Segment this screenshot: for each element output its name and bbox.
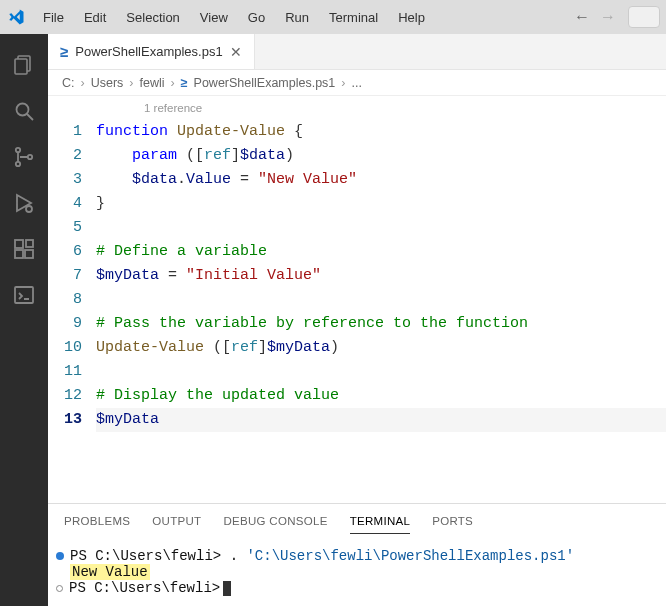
panel-tab-debug-console[interactable]: DEBUG CONSOLE xyxy=(223,509,327,533)
panel-tab-output[interactable]: OUTPUT xyxy=(152,509,201,533)
extensions-icon[interactable] xyxy=(0,226,48,272)
panel-tabs: PROBLEMSOUTPUTDEBUG CONSOLETERMINALPORTS xyxy=(48,504,666,538)
source-control-icon[interactable] xyxy=(0,134,48,180)
tab-powershellexamples[interactable]: ≥ PowerShellExamples.ps1 ✕ xyxy=(48,34,255,69)
bottom-panel: PROBLEMSOUTPUTDEBUG CONSOLETERMINALPORTS… xyxy=(48,503,666,606)
terminal-cursor xyxy=(223,581,231,596)
panel-tab-terminal[interactable]: TERMINAL xyxy=(350,509,411,534)
terminal-output-highlight: New Value xyxy=(70,564,150,580)
breadcrumb-part[interactable]: Users xyxy=(91,76,124,90)
menu-run[interactable]: Run xyxy=(276,6,318,29)
svg-rect-1 xyxy=(15,59,27,74)
vscode-logo-icon xyxy=(6,7,26,27)
svg-point-6 xyxy=(28,155,32,159)
svg-rect-12 xyxy=(15,287,33,303)
menu-view[interactable]: View xyxy=(191,6,237,29)
breadcrumb-symbol[interactable]: ... xyxy=(351,76,361,90)
search-icon[interactable] xyxy=(0,88,48,134)
terminal-prompt: PS C:\Users\fewli> xyxy=(69,580,220,596)
panel-tab-problems[interactable]: PROBLEMS xyxy=(64,509,130,533)
menu-help[interactable]: Help xyxy=(389,6,434,29)
menu-selection[interactable]: Selection xyxy=(117,6,188,29)
powershell-file-icon: ≥ xyxy=(60,43,68,60)
svg-line-3 xyxy=(27,114,33,120)
svg-point-5 xyxy=(16,162,20,166)
close-tab-icon[interactable]: ✕ xyxy=(230,44,242,60)
svg-point-7 xyxy=(26,206,32,212)
menu-edit[interactable]: Edit xyxy=(75,6,115,29)
breadcrumbs[interactable]: C:› Users› fewli› ≥ PowerShellExamples.p… xyxy=(48,70,666,96)
breadcrumb-file[interactable]: PowerShellExamples.ps1 xyxy=(194,76,336,90)
panel-tab-ports[interactable]: PORTS xyxy=(432,509,473,533)
activity-bar xyxy=(0,34,48,606)
code-lines[interactable]: function Update-Value { param ([ref]$dat… xyxy=(96,116,666,503)
terminal-prompt: PS C:\Users\fewli> xyxy=(70,548,221,564)
menu-terminal[interactable]: Terminal xyxy=(320,6,387,29)
terminal-text: . xyxy=(230,548,238,564)
run-debug-icon[interactable] xyxy=(0,180,48,226)
breadcrumb-part[interactable]: C: xyxy=(62,76,75,90)
titlebar: FileEditSelectionViewGoRunTerminalHelp ←… xyxy=(0,0,666,34)
terminal-status-dot xyxy=(56,585,63,592)
explorer-icon[interactable] xyxy=(0,42,48,88)
svg-point-4 xyxy=(16,148,20,152)
line-gutter: 12345678910111213 xyxy=(48,116,96,503)
breadcrumb-part[interactable]: fewli xyxy=(140,76,165,90)
svg-point-2 xyxy=(17,104,29,116)
svg-rect-8 xyxy=(15,240,23,248)
menu-go[interactable]: Go xyxy=(239,6,274,29)
nav-forward-icon[interactable]: → xyxy=(596,8,620,26)
code-editor[interactable]: 12345678910111213 function Update-Value … xyxy=(48,116,666,503)
nav-back-icon[interactable]: ← xyxy=(570,8,594,26)
terminal-path: 'C:\Users\fewli\PowerShellExamples.ps1' xyxy=(246,548,574,564)
editor-area: ≥ PowerShellExamples.ps1 ✕ C:› Users› fe… xyxy=(48,34,666,606)
codelens-references[interactable]: 1 reference xyxy=(48,96,666,116)
terminal-status-dot xyxy=(56,552,64,560)
terminal-panel-icon[interactable] xyxy=(0,272,48,318)
menu-file[interactable]: File xyxy=(34,6,73,29)
powershell-file-icon: ≥ xyxy=(181,76,188,90)
editor-tabs: ≥ PowerShellExamples.ps1 ✕ xyxy=(48,34,666,70)
svg-rect-9 xyxy=(15,250,23,258)
command-center[interactable] xyxy=(628,6,660,28)
terminal[interactable]: PS C:\Users\fewli> . 'C:\Users\fewli\Pow… xyxy=(48,538,666,606)
svg-rect-11 xyxy=(26,240,33,247)
svg-rect-10 xyxy=(25,250,33,258)
tab-filename: PowerShellExamples.ps1 xyxy=(75,44,222,59)
